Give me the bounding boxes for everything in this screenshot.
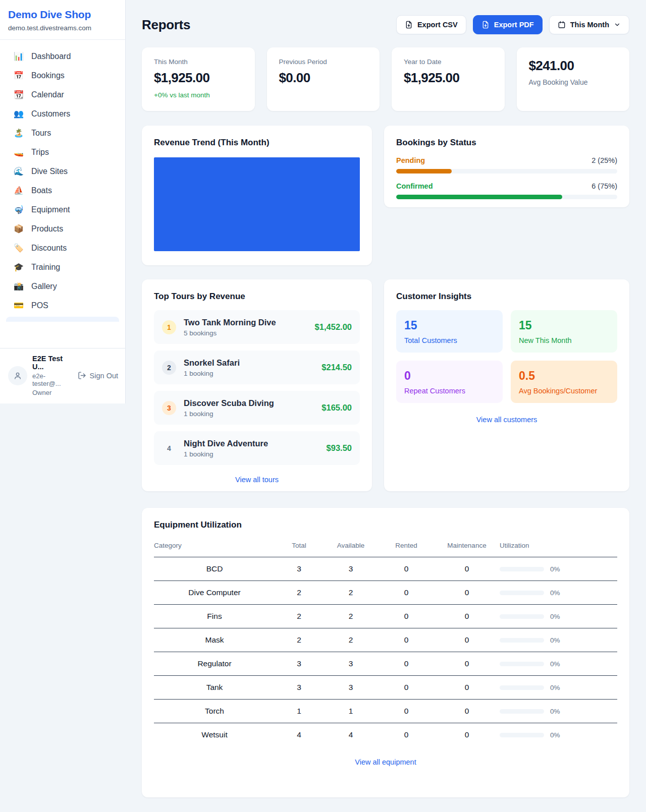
utilization-bar <box>500 733 544 737</box>
equip-category: Fins <box>154 605 275 628</box>
equip-maintenance: 0 <box>434 723 500 747</box>
equip-total: 2 <box>275 581 323 605</box>
table-row: Tank 3 3 0 0 0% <box>154 676 617 700</box>
status-count: 2 (25%) <box>591 156 617 164</box>
sidebar-item-boats[interactable]: ⛵ Boats <box>0 181 125 200</box>
tour-amount: $214.50 <box>321 363 352 372</box>
sidebar-item-pos[interactable]: 💳 POS <box>0 296 125 315</box>
tour-row: 1 Two Tank Morning Dive 5 bookings $1,45… <box>154 310 360 344</box>
sidebar-item-trips[interactable]: 🚤 Trips <box>0 143 125 162</box>
stat-card-year-to-date: Year to Date $1,925.00 <box>392 47 505 111</box>
tour-name: Two Tank Morning Dive <box>184 318 307 327</box>
bookings-status-title: Bookings by Status <box>396 138 617 148</box>
sidebar-item-discounts[interactable]: 🏷️ Discounts <box>0 239 125 258</box>
equip-total: 3 <box>275 652 323 676</box>
stat-value: $1,925.00 <box>154 70 243 86</box>
column-header-total: Total <box>275 538 323 557</box>
sidebar-nav: 📊 Dashboard 📅 Bookings 📆 Calendar 👥 Cust… <box>0 40 125 348</box>
insight-tiles: 15 Total Customers 15 New This Month 0 R… <box>396 310 617 403</box>
tour-bookings: 5 bookings <box>184 329 307 337</box>
sidebar-item-dive-sites[interactable]: 🌊 Dive Sites <box>0 162 125 181</box>
equip-rented: 0 <box>379 676 434 700</box>
sign-out-button[interactable]: Sign Out <box>78 371 118 380</box>
table-row: Regulator 3 3 0 0 0% <box>154 652 617 676</box>
equip-maintenance: 0 <box>434 628 500 652</box>
export-csv-button[interactable]: Export CSV <box>396 15 466 34</box>
equip-maintenance: 0 <box>434 581 500 605</box>
avatar <box>8 366 27 385</box>
column-header-category: Category <box>154 538 275 557</box>
training-icon: 🎓 <box>14 263 24 271</box>
utilization-bar <box>500 685 544 690</box>
page-header: Reports Export CSV Export PDF This Month <box>142 15 629 34</box>
equip-total: 3 <box>275 676 323 700</box>
page-title: Reports <box>142 17 190 33</box>
rank-badge: 3 <box>162 401 176 415</box>
table-row: Fins 2 2 0 0 0% <box>154 605 617 628</box>
sidebar-item-dashboard[interactable]: 📊 Dashboard <box>0 47 125 66</box>
dashboard-icon: 📊 <box>14 52 24 61</box>
equip-rented: 0 <box>379 605 434 628</box>
brand-domain: demo.test.divestreams.com <box>8 24 117 32</box>
user-email: e2e-tester@... <box>32 372 73 387</box>
user-role: Owner <box>32 389 73 396</box>
revenue-trend-card: Revenue Trend (This Month) <box>142 126 372 265</box>
equip-rented: 0 <box>379 557 434 581</box>
equip-total: 1 <box>275 700 323 723</box>
utilization-pct: 0% <box>550 684 560 691</box>
stat-card-previous-period: Previous Period $0.00 <box>267 47 380 111</box>
tour-row: 2 Snorkel Safari 1 booking $214.50 <box>154 351 360 384</box>
tile-value: 0.5 <box>519 369 609 383</box>
equip-available: 1 <box>323 700 379 723</box>
sidebar-item-tours[interactable]: 🏝️ Tours <box>0 124 125 143</box>
person-icon <box>13 371 22 380</box>
sidebar-item-customers[interactable]: 👥 Customers <box>0 104 125 124</box>
status-bar-track <box>396 195 617 199</box>
status-row-confirmed: Confirmed 6 (75%) <box>396 182 617 199</box>
period-dropdown[interactable]: This Month <box>549 15 629 34</box>
sidebar-item-reports-partial[interactable] <box>6 317 119 322</box>
equip-maintenance: 0 <box>434 605 500 628</box>
utilization-bar <box>500 662 544 666</box>
utilization-pct: 0% <box>550 731 560 739</box>
stat-label: This Month <box>154 58 243 66</box>
equipment-icon: 🤿 <box>14 206 24 214</box>
top-tours-card: Top Tours by Revenue 1 Two Tank Morning … <box>142 279 372 491</box>
equip-available: 3 <box>323 676 379 700</box>
status-count: 6 (75%) <box>591 182 617 190</box>
column-header-available: Available <box>323 538 379 557</box>
sidebar-item-products[interactable]: 📦 Products <box>0 219 125 239</box>
view-all-customers-link[interactable]: View all customers <box>476 416 537 424</box>
equip-available: 2 <box>323 581 379 605</box>
sidebar-item-label: POS <box>31 301 48 310</box>
view-all-equipment-link[interactable]: View all equipment <box>355 758 416 766</box>
view-all-tours-link[interactable]: View all tours <box>235 476 279 484</box>
tile-label: Total Customers <box>404 336 495 344</box>
dive-sites-icon: 🌊 <box>14 167 24 176</box>
sidebar-item-bookings[interactable]: 📅 Bookings <box>0 66 125 85</box>
tile-value: 0 <box>404 369 495 383</box>
column-header-rented: Rented <box>379 538 434 557</box>
table-row: Dive Computer 2 2 0 0 0% <box>154 581 617 605</box>
sign-out-label: Sign Out <box>90 372 118 380</box>
tile-value: 15 <box>519 319 609 332</box>
tile-label: Avg Bookings/Customer <box>519 387 609 395</box>
equip-available: 3 <box>323 557 379 581</box>
equip-maintenance: 0 <box>434 700 500 723</box>
export-pdf-button[interactable]: Export PDF <box>473 15 543 34</box>
sidebar-item-training[interactable]: 🎓 Training <box>0 258 125 277</box>
utilization-pct: 0% <box>550 565 560 573</box>
utilization-bar <box>500 591 544 595</box>
stat-label: Year to Date <box>404 58 493 66</box>
sidebar-item-gallery[interactable]: 📸 Gallery <box>0 277 125 296</box>
top-tours-title: Top Tours by Revenue <box>154 292 360 302</box>
revenue-trend-title: Revenue Trend (This Month) <box>154 138 360 148</box>
tour-name: Snorkel Safari <box>184 358 314 368</box>
sidebar-item-label: Dashboard <box>31 52 71 61</box>
tile-label: Repeat Customers <box>404 387 495 395</box>
sidebar-item-equipment[interactable]: 🤿 Equipment <box>0 200 125 219</box>
sidebar-item-calendar[interactable]: 📆 Calendar <box>0 85 125 104</box>
stat-card-this-month: This Month $1,925.00 +0% vs last month <box>142 47 255 111</box>
tile-label: New This Month <box>519 336 609 344</box>
sidebar-item-label: Equipment <box>31 205 70 214</box>
